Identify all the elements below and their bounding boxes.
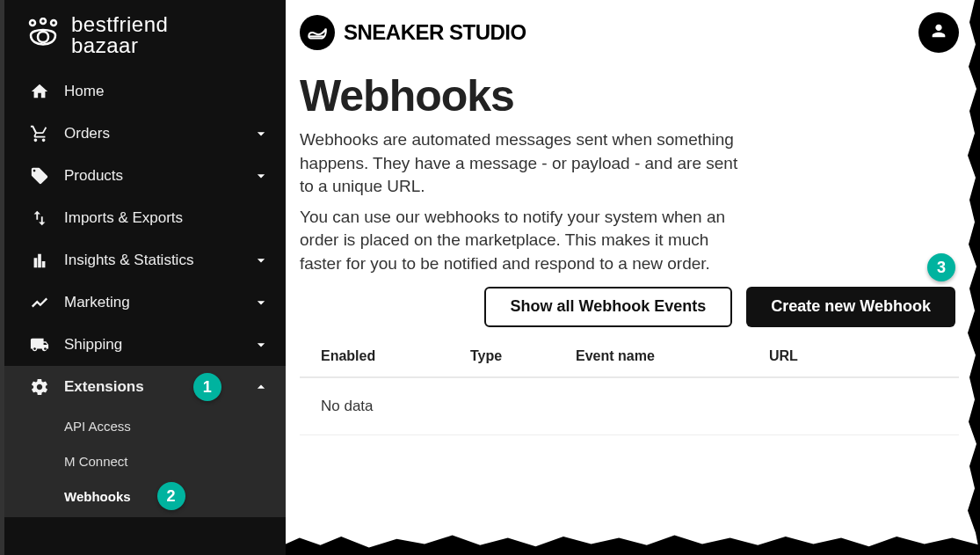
logo-icon <box>25 18 66 53</box>
nav: Home Orders Products <box>4 70 286 517</box>
chevron-down-icon <box>252 336 270 354</box>
subnav-item-api-access[interactable]: API Access <box>4 408 286 443</box>
sidebar: bestfriend bazaar Home Orders <box>0 0 286 555</box>
topbar: SNEAKER STUDIO <box>300 9 959 56</box>
person-icon <box>929 21 948 44</box>
chevron-up-icon <box>252 378 270 396</box>
chevron-down-icon <box>252 252 270 269</box>
sidebar-item-shipping[interactable]: Shipping <box>4 324 286 366</box>
truck-icon <box>29 335 50 354</box>
callout-badge-3: 3 <box>927 253 955 281</box>
subnav-extensions: API Access M Connect Webhooks 2 <box>4 408 286 517</box>
torn-edge-right <box>962 0 980 555</box>
gear-icon <box>29 377 50 397</box>
column-enabled: Enabled <box>321 348 470 364</box>
brand: SNEAKER STUDIO <box>300 15 526 50</box>
torn-edge-bottom <box>286 530 980 555</box>
subnav-item-webhooks[interactable]: Webhooks 2 <box>4 478 286 514</box>
import-export-icon <box>29 208 50 228</box>
sidebar-item-home[interactable]: Home <box>4 70 286 113</box>
tag-icon <box>29 166 50 186</box>
chevron-down-icon <box>252 125 270 142</box>
sidebar-item-imports-exports[interactable]: Imports & Exports <box>4 197 286 239</box>
callout-badge-2: 2 <box>157 482 185 510</box>
main-content: SNEAKER STUDIO Webhooks Webhooks are aut… <box>286 0 980 555</box>
logo[interactable]: bestfriend bazaar <box>4 7 286 70</box>
subnav-label: M Connect <box>64 454 128 469</box>
table-empty-state: No data <box>300 378 959 435</box>
column-url: URL <box>769 348 938 364</box>
sidebar-item-extensions[interactable]: Extensions 1 <box>4 366 286 408</box>
column-type: Type <box>470 348 576 364</box>
create-webhook-button[interactable]: Create new Webhook <box>746 287 955 327</box>
sidebar-item-insights[interactable]: Insights & Statistics <box>4 239 286 281</box>
nav-label: Orders <box>64 125 110 142</box>
trend-icon <box>29 293 50 312</box>
nav-label: Insights & Statistics <box>64 252 193 269</box>
sidebar-item-marketing[interactable]: Marketing <box>4 281 286 324</box>
callout-badge-1: 1 <box>193 373 221 401</box>
chevron-down-icon <box>252 167 270 185</box>
nav-label: Imports & Exports <box>64 209 183 227</box>
column-event: Event name <box>576 348 769 364</box>
nav-label: Home <box>64 83 104 100</box>
brand-name: SNEAKER STUDIO <box>344 20 526 45</box>
svg-point-0 <box>30 20 35 26</box>
subnav-label: API Access <box>64 419 131 434</box>
sidebar-item-products[interactable]: Products <box>4 155 286 197</box>
nav-label: Shipping <box>64 336 122 354</box>
home-icon <box>29 82 50 101</box>
page-description-2: You can use our webhooks to notify your … <box>300 206 739 276</box>
page-title: Webhooks <box>300 70 959 121</box>
sidebar-item-orders[interactable]: Orders <box>4 113 286 155</box>
nav-label: Extensions <box>64 378 144 396</box>
subnav-item-m-connect[interactable]: M Connect <box>4 443 286 478</box>
cart-icon <box>29 124 50 143</box>
svg-point-1 <box>40 18 46 24</box>
show-all-events-button[interactable]: Show all Webhook Events <box>484 287 733 327</box>
nav-label: Marketing <box>64 294 130 311</box>
logo-text: bestfriend bazaar <box>71 14 168 56</box>
table-header: Enabled Type Event name URL <box>300 348 959 378</box>
subnav-label: Webhooks <box>64 489 131 504</box>
bar-chart-icon <box>29 251 50 270</box>
nav-label: Products <box>64 167 123 185</box>
svg-point-2 <box>51 20 56 26</box>
actions-row: Show all Webhook Events Create new Webho… <box>300 287 955 327</box>
page-description-1: Webhooks are automated messages sent whe… <box>300 128 739 199</box>
brand-logo-icon <box>300 15 335 50</box>
webhooks-table: Enabled Type Event name URL No data <box>300 348 959 435</box>
chevron-down-icon <box>252 294 270 311</box>
avatar-button[interactable] <box>918 12 959 53</box>
